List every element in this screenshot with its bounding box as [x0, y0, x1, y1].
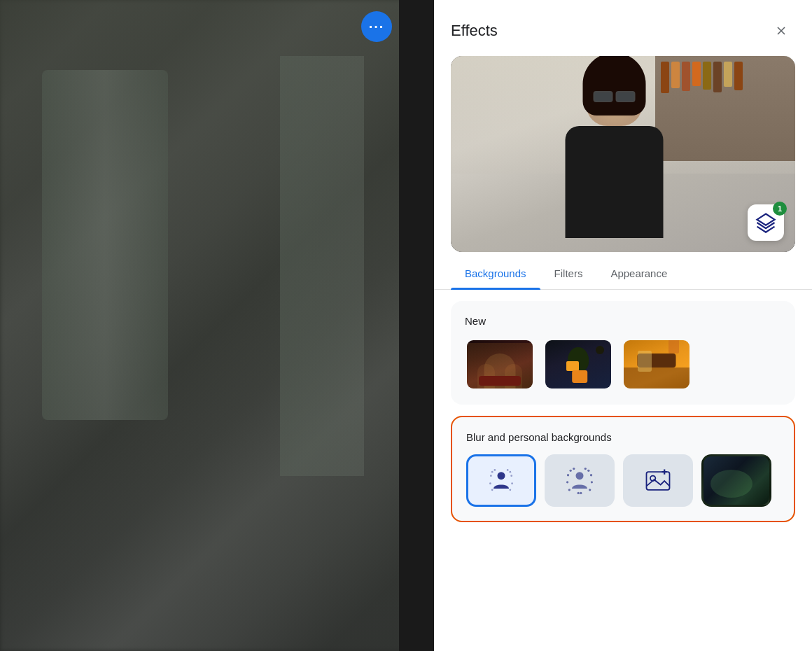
book-item [724, 62, 732, 87]
custom-bg-image [704, 456, 769, 505]
thumb-cozy[interactable] [622, 338, 692, 391]
svg-point-15 [570, 469, 572, 471]
svg-point-16 [573, 467, 575, 469]
svg-point-25 [578, 491, 580, 493]
badge-count: 1 [773, 202, 787, 216]
gothic-bg [467, 340, 533, 388]
halloween-bg [545, 340, 611, 388]
thumb-halloween[interactable] [543, 338, 613, 391]
svg-rect-27 [647, 472, 670, 490]
more-options-icon: ··· [369, 20, 385, 34]
svg-point-4 [491, 470, 493, 472]
cozy-window [638, 351, 652, 372]
svg-point-6 [490, 475, 492, 477]
layers-badge[interactable]: 1 [748, 204, 784, 241]
preview-area: 1 [451, 56, 795, 252]
hallway-right-decor [280, 56, 364, 476]
panel-title: Effects [451, 22, 498, 40]
svg-point-17 [567, 474, 569, 476]
book-item [734, 62, 743, 90]
tab-filters-label: Filters [554, 267, 583, 279]
close-icon [774, 24, 788, 38]
thumb-gothic[interactable] [465, 338, 535, 391]
svg-point-20 [590, 474, 592, 476]
background-blur-icon [564, 465, 595, 496]
layers-icon [755, 212, 776, 233]
preview-person [527, 63, 702, 252]
add-image-icon [643, 465, 673, 496]
svg-point-9 [510, 475, 512, 477]
preview-person-torso [566, 126, 664, 238]
tab-appearance[interactable]: Appearance [596, 258, 681, 289]
svg-point-13 [511, 482, 513, 484]
blur-thumbs-row [466, 454, 780, 507]
new-section-title: New [465, 315, 781, 327]
svg-point-21 [568, 489, 570, 491]
svg-point-19 [584, 467, 587, 469]
custom-bg-thumb[interactable] [701, 454, 771, 507]
glass-left [594, 91, 613, 102]
hallway-left-decor [42, 70, 168, 420]
portrait-blur-icon [486, 465, 517, 496]
book-item [703, 62, 711, 90]
book-item [713, 62, 722, 92]
new-backgrounds-section: New [451, 301, 795, 405]
tab-filters[interactable]: Filters [540, 258, 597, 289]
halloween-orb [596, 346, 604, 354]
new-thumbnails-row [465, 338, 781, 391]
svg-point-12 [489, 482, 491, 484]
svg-point-8 [507, 469, 509, 471]
glass-right [616, 91, 636, 102]
svg-point-23 [566, 481, 568, 483]
video-area: ··· [0, 0, 434, 651]
close-button[interactable] [767, 17, 795, 45]
dark-strip [399, 0, 434, 651]
effects-panel: Effects [434, 0, 812, 651]
cozy-floor [624, 368, 690, 388]
svg-point-24 [591, 481, 593, 483]
tab-backgrounds[interactable]: Backgrounds [451, 258, 540, 289]
tab-backgrounds-label: Backgrounds [465, 267, 526, 279]
blur-background-thumb[interactable] [545, 454, 615, 507]
tab-appearance-label: Appearance [610, 267, 667, 279]
gothic-couch [479, 376, 521, 386]
panel-header: Effects [434, 0, 812, 56]
pumpkin-main [572, 370, 587, 383]
svg-point-22 [589, 489, 591, 491]
pumpkin-left [566, 361, 579, 371]
blur-personal-section: Blur and personal backgrounds [451, 416, 795, 522]
svg-point-26 [580, 491, 582, 493]
svg-point-7 [509, 470, 511, 472]
tabs-container: Backgrounds Filters Appearance [434, 258, 812, 290]
preview-video: 1 [451, 56, 795, 252]
cozy-lamp [668, 338, 679, 354]
panel-content: New [434, 290, 812, 651]
svg-point-14 [576, 472, 584, 479]
svg-point-3 [498, 472, 505, 479]
preview-person-hair [583, 56, 646, 115]
preview-person-head [587, 63, 643, 126]
preview-person-glasses [594, 91, 636, 102]
blur-portrait-thumb[interactable] [466, 454, 536, 507]
more-options-button[interactable]: ··· [361, 11, 392, 42]
svg-point-10 [491, 489, 493, 491]
svg-point-11 [509, 489, 511, 491]
svg-point-5 [493, 469, 496, 471]
add-image-thumb[interactable] [623, 454, 693, 507]
blur-section-title: Blur and personal backgrounds [466, 431, 780, 443]
svg-point-18 [587, 469, 589, 471]
cozy-bg [624, 340, 690, 388]
